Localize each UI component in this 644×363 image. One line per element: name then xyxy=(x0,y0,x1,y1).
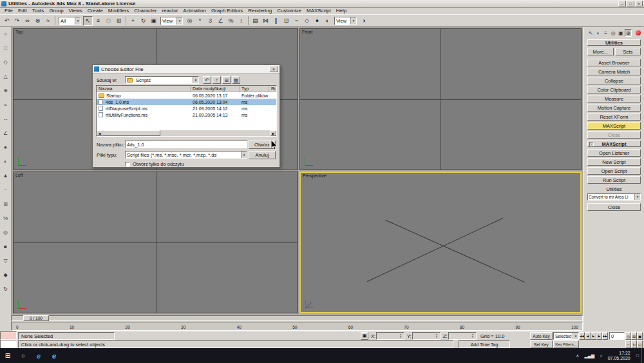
tab-display-icon[interactable]: ▣ xyxy=(618,29,625,37)
select-and-manipulate-icon[interactable]: * xyxy=(195,16,205,26)
close-utility-button[interactable]: Close xyxy=(587,131,641,139)
mr-utility-dropdown[interactable]: Convert to mr Area Li ▼ xyxy=(587,193,641,201)
volume-icon[interactable]: ♪ xyxy=(597,348,605,363)
file-row[interactable]: rttUtilityFunctions.ms 21.09.2005 14:13 … xyxy=(97,112,276,118)
column-header-type[interactable]: Typ xyxy=(240,86,269,92)
layer-manager-icon[interactable]: ⊟ xyxy=(281,16,291,26)
menu-item[interactable]: MAXScript xyxy=(304,8,334,14)
time-slider-knob[interactable]: 0 / 100 xyxy=(23,315,49,321)
angle-snap-icon[interactable]: ∠ xyxy=(216,16,225,26)
scroll-right-icon[interactable]: ▶ xyxy=(270,130,276,136)
menu-item[interactable]: Rendering xyxy=(245,8,274,14)
left-tool-icon-18[interactable]: ◆ xyxy=(1,271,10,279)
viewport-front-label[interactable]: Front xyxy=(302,30,312,34)
left-tool-icon-8[interactable]: ∠ xyxy=(1,129,10,137)
menu-item[interactable]: Character xyxy=(131,8,159,14)
redo-icon[interactable]: ↷ xyxy=(12,16,22,26)
key-filters-button[interactable]: Key Filters... xyxy=(553,340,579,348)
tab-motion-icon[interactable]: ◎ xyxy=(610,29,617,37)
maximize-button[interactable]: □ xyxy=(627,1,634,6)
menu-item[interactable]: Customize xyxy=(274,8,304,14)
scroll-left-icon[interactable]: ◀ xyxy=(97,130,102,136)
snap-toggle-icon[interactable]: 3 xyxy=(205,16,215,26)
viewport-left[interactable]: Left xyxy=(13,172,298,313)
select-by-name-icon[interactable]: ≡ xyxy=(93,16,103,26)
spline-object[interactable] xyxy=(367,218,504,282)
file-name-input[interactable]: 4ds_1.0 xyxy=(125,141,247,148)
left-tool-icon-9[interactable]: ● xyxy=(1,143,10,152)
left-tool-icon-1[interactable]: ○ xyxy=(1,30,10,38)
tab-modify-icon[interactable]: ◐ xyxy=(595,29,602,37)
color-clipboard-button[interactable]: Color Clipboard xyxy=(587,86,641,93)
bind-to-space-warp-icon[interactable]: ≈ xyxy=(43,16,53,26)
render-scene-icon[interactable]: ◐ xyxy=(323,16,332,26)
asset-browser-button[interactable]: Asset Browser xyxy=(587,59,641,66)
menu-item[interactable]: reactor xyxy=(159,8,180,14)
add-time-tag[interactable]: Add Time Tag xyxy=(459,340,510,348)
material-editor-icon[interactable]: ● xyxy=(312,16,322,26)
column-header-name[interactable]: Nazwa xyxy=(97,86,191,92)
select-and-rotate-icon[interactable]: ↻ xyxy=(138,16,148,26)
left-tool-icon-13[interactable]: ⊞ xyxy=(1,200,10,208)
file-type-dropdown[interactable]: Script files (*.ms, *.mse, *.mcr, *.mzp,… xyxy=(125,151,247,159)
network-icon[interactable]: ▂▄▆ xyxy=(582,348,597,363)
menu-item[interactable]: File xyxy=(2,8,15,14)
set-key-button[interactable]: Set Key xyxy=(530,340,553,348)
tab-hierarchy-icon[interactable]: ≡ xyxy=(602,29,609,37)
window-crossing-icon[interactable]: ⊞ xyxy=(114,16,124,26)
left-tool-icon-5[interactable]: ⊕ xyxy=(1,86,10,95)
run-script-button[interactable]: Run Script xyxy=(587,176,641,184)
show-desktop-button[interactable] xyxy=(641,348,644,363)
left-tool-icon-12[interactable]: ~ xyxy=(1,186,10,194)
named-selection-sets-icon[interactable]: ▤ xyxy=(251,16,260,26)
viewport-front[interactable]: Front xyxy=(299,28,582,170)
maxscript-mini-listener-macro[interactable] xyxy=(0,331,17,340)
left-tool-icon-3[interactable]: ◇ xyxy=(1,58,10,66)
key-mode-dropdown[interactable]: Selected▼ xyxy=(553,332,579,340)
sets-button[interactable]: Sets xyxy=(615,48,641,55)
maxscript-rollout-header[interactable]: - MAXScript xyxy=(587,141,641,147)
time-slider[interactable]: 0 / 100 xyxy=(12,315,583,322)
menu-item[interactable]: Views xyxy=(66,8,85,14)
select-and-scale-icon[interactable]: ▣ xyxy=(149,16,158,26)
pan-icon[interactable]: ↔ xyxy=(625,340,631,348)
file-row-selected[interactable]: 4ds_1.0.ms 06.05.2020 13:04 ms xyxy=(97,99,276,105)
action-center-icon[interactable]: □ xyxy=(634,348,641,363)
camera-match-button[interactable]: Camera Match xyxy=(587,68,641,75)
menu-item[interactable]: Graph Editors xyxy=(209,8,245,14)
file-row[interactable]: rttDiagnoseScript.ms 21.09.2005 14:12 ms xyxy=(97,105,276,112)
arc-rotate-icon[interactable]: ↻ xyxy=(631,340,637,348)
readonly-checkbox[interactable] xyxy=(125,162,130,167)
left-tool-icon-10[interactable]: ◐ xyxy=(1,157,10,166)
spinner-snap-icon[interactable]: ↕ xyxy=(236,16,246,26)
open-listener-button[interactable]: Open Listener xyxy=(587,149,641,157)
auto-key-button[interactable]: Auto Key xyxy=(530,332,553,340)
tray-expand-icon[interactable]: ∧ xyxy=(573,348,582,363)
next-frame-button[interactable]: ▶ xyxy=(596,332,602,340)
spline-object[interactable] xyxy=(385,220,525,282)
scrollbar-thumb[interactable] xyxy=(102,130,160,136)
left-tool-icon-15[interactable]: ◎ xyxy=(1,228,10,237)
motion-capture-button[interactable]: Motion Capture xyxy=(587,104,641,112)
render-preset-dropdown[interactable]: View▼ xyxy=(334,17,357,25)
spinner-icon[interactable] xyxy=(470,333,475,339)
x-coordinate-field[interactable] xyxy=(376,332,404,340)
maximize-viewport-icon[interactable]: ⊡ xyxy=(637,340,643,348)
edge-taskbar-button[interactable]: e xyxy=(31,348,46,363)
unlink-selection-icon[interactable]: ⊗ xyxy=(33,16,43,26)
horizontal-scrollbar[interactable]: ◀ ▶ xyxy=(97,130,276,136)
spinner-icon[interactable] xyxy=(398,333,403,339)
quick-render-icon[interactable]: ◑ xyxy=(359,16,368,26)
maxscript-close-button[interactable]: Close xyxy=(587,203,641,211)
menu-item[interactable]: Help xyxy=(334,8,349,14)
view-menu-icon[interactable]: ▦ xyxy=(232,76,240,84)
left-tool-icon-2[interactable]: □ xyxy=(1,44,10,52)
time-slider-track[interactable] xyxy=(12,315,583,321)
maxscript-button[interactable]: MAXScript xyxy=(587,122,641,130)
y-coordinate-field[interactable] xyxy=(412,332,440,340)
collapse-icon[interactable]: - xyxy=(589,142,594,146)
menu-item[interactable]: Modifiers xyxy=(106,8,131,14)
reference-coordinate-dropdown[interactable]: View▼ xyxy=(160,17,183,25)
zoom-extents-icon[interactable]: ▣ xyxy=(637,332,643,340)
tab-create-icon[interactable]: ↖ xyxy=(587,29,594,37)
